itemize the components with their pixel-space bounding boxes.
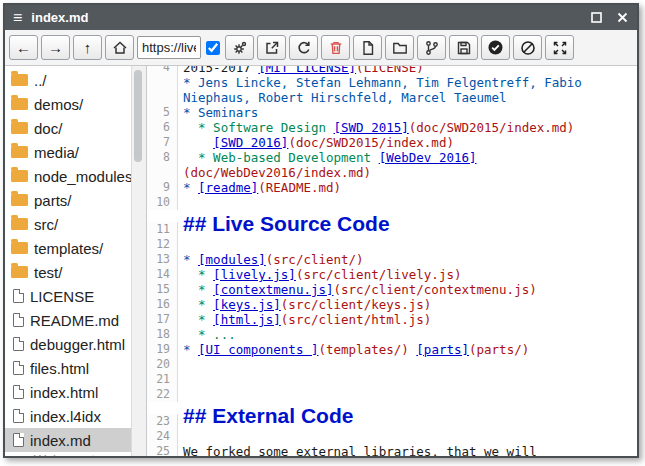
line-content[interactable]: * Software Design [SWD 2015](doc/SWD2015… (178, 120, 574, 135)
url-input[interactable] (137, 36, 201, 59)
editor-line[interactable]: 18 * ... (147, 327, 637, 342)
line-content[interactable]: * [readme](README.md) (178, 180, 341, 195)
line-content[interactable]: * [html.js](src/client/html.js) (178, 312, 431, 327)
markdown-link[interactable]: [WebDev 2016] (379, 150, 477, 165)
line-content[interactable]: (doc/WebDev2016/index.md) (178, 165, 371, 180)
line-content[interactable] (178, 429, 183, 444)
markdown-link[interactable]: [modules] (198, 252, 266, 267)
editor-line[interactable]: 7 [SWD 2016](doc/SWD2015/index.md) (147, 135, 637, 150)
line-content[interactable]: 2015-2017 [MIT LICENSE](LICENSE) (178, 66, 424, 75)
close-button[interactable] (616, 11, 629, 24)
editor-line[interactable]: 11## Live Source Code (147, 210, 637, 237)
menu-icon[interactable]: ≡ (13, 10, 22, 26)
editor-line[interactable]: 5* Seminars (147, 105, 637, 120)
sidebar-scrollbar[interactable] (131, 66, 147, 456)
markdown-link[interactable]: [keys.js] (213, 297, 281, 312)
editor-line[interactable]: 14 * [lively.js](src/client/lively.js) (147, 267, 637, 282)
editor-line[interactable]: 23## External Code (147, 402, 637, 429)
up-button[interactable]: ↑ (73, 35, 102, 60)
file-list-item[interactable]: node_modules/ (5, 164, 131, 188)
file-list-item[interactable]: templates/ (5, 236, 131, 260)
file-list-item[interactable]: debugger.html (5, 332, 131, 356)
editor-line[interactable]: 10 (147, 195, 637, 210)
line-content[interactable] (178, 387, 183, 402)
file-list-item[interactable]: index.html (5, 380, 131, 404)
editor-line[interactable]: Niephaus, Robert Hirschfeld, Marcel Taeu… (147, 90, 637, 105)
line-content[interactable]: * [keys.js](src/client/keys.js) (178, 297, 431, 312)
markdown-link[interactable]: [contextmenu.js] (213, 282, 333, 297)
open-external-button[interactable] (257, 35, 286, 60)
file-list-item[interactable]: media/ (5, 140, 131, 164)
line-content[interactable] (178, 357, 183, 372)
markdown-link[interactable]: [SWD 2015] (334, 120, 409, 135)
home-button[interactable] (105, 35, 134, 60)
line-content[interactable]: * ... (178, 327, 236, 342)
editor-line[interactable]: 42015-2017 [MIT LICENSE](LICENSE) (147, 66, 637, 75)
file-list-item[interactable]: test/ (5, 260, 131, 284)
markdown-link[interactable]: [parts] (416, 342, 469, 357)
version-control-button[interactable] (417, 35, 446, 60)
line-content[interactable]: ## Live Source Code (178, 210, 390, 237)
markdown-link[interactable]: [MIT LICENSE] (258, 66, 356, 75)
line-content[interactable] (178, 372, 183, 387)
line-content[interactable]: * [UI components ](templates/) [parts](p… (178, 342, 529, 357)
line-content[interactable]: * Web-based Development [WebDev 2016] (178, 150, 477, 165)
markdown-link[interactable]: [SWD 2016] (213, 135, 288, 150)
editor-line[interactable]: 19* [UI components ](templates/) [parts]… (147, 342, 637, 357)
auto-update-checkbox[interactable] (206, 41, 220, 55)
line-content[interactable]: * Seminars (178, 105, 258, 120)
file-list-item[interactable]: index.l4idx (5, 404, 131, 428)
delete-button[interactable] (321, 35, 350, 60)
markdown-link[interactable]: [readme] (198, 180, 258, 195)
editor-line[interactable]: * Jens Lincke, Stefan Lehmann, Tim Felge… (147, 75, 637, 90)
editor-line[interactable]: 13* [modules](src/client/) (147, 252, 637, 267)
editor-line[interactable]: 6 * Software Design [SWD 2015](doc/SWD20… (147, 120, 637, 135)
editor-line[interactable]: (doc/WebDev2016/index.md) (147, 165, 637, 180)
save-button[interactable] (449, 35, 478, 60)
editor-line[interactable]: 20 (147, 357, 637, 372)
line-content[interactable]: Niephaus, Robert Hirschfeld, Marcel Taeu… (178, 90, 507, 105)
editor-line[interactable]: 15 * [contextmenu.js](src/client/context… (147, 282, 637, 297)
forward-button[interactable]: → (41, 35, 70, 60)
editor-line[interactable]: 17 * [html.js](src/client/html.js) (147, 312, 637, 327)
line-content[interactable]: * [lively.js](src/client/lively.js) (178, 267, 461, 282)
markdown-link[interactable]: [html.js] (213, 312, 281, 327)
line-content[interactable]: ## External Code (178, 402, 353, 429)
line-content[interactable]: * [contextmenu.js](src/client/contextmen… (178, 282, 537, 297)
fullscreen-button[interactable] (545, 35, 574, 60)
editor-line[interactable]: 21 (147, 372, 637, 387)
maximize-button[interactable] (590, 11, 603, 24)
markdown-link[interactable]: [UI components ] (198, 342, 318, 357)
file-list-item[interactable]: index.md (5, 428, 131, 452)
line-content[interactable]: [SWD 2016](doc/SWD2015/index.md) (178, 135, 454, 150)
line-content[interactable]: We forked some external libraries, that … (178, 444, 537, 456)
cancel-button[interactable] (513, 35, 542, 60)
file-list-item[interactable]: LICENSE (5, 284, 131, 308)
accept-button[interactable] (481, 35, 510, 60)
file-list-item[interactable]: parts/ (5, 188, 131, 212)
markdown-link[interactable]: [lively.js] (213, 267, 296, 282)
line-content[interactable] (178, 195, 183, 210)
editor-line[interactable]: 12 (147, 237, 637, 252)
line-content[interactable]: * [modules](src/client/) (178, 252, 364, 267)
editor-line[interactable]: 22 (147, 387, 637, 402)
scrollbar-thumb[interactable] (134, 70, 142, 162)
line-content[interactable]: * Jens Lincke, Stefan Lehmann, Tim Felge… (178, 75, 582, 90)
editor-line[interactable]: 9* [readme](README.md) (147, 180, 637, 195)
file-list-item[interactable]: doc/ (5, 116, 131, 140)
new-file-button[interactable] (353, 35, 382, 60)
editor-line[interactable]: 16 * [keys.js](src/client/keys.js) (147, 297, 637, 312)
markdown-editor[interactable]: 42015-2017 [MIT LICENSE](LICENSE)* Jens … (147, 66, 637, 456)
editor-line[interactable]: 24 (147, 429, 637, 444)
back-button[interactable]: ← (9, 35, 38, 60)
line-content[interactable] (178, 237, 183, 252)
file-list-item[interactable]: demos/ (5, 92, 131, 116)
file-list-item[interactable]: src/ (5, 212, 131, 236)
editor-line[interactable]: 25We forked some external libraries, tha… (147, 444, 637, 456)
file-list-item[interactable]: files.html (5, 356, 131, 380)
file-list-item[interactable]: README.md (5, 308, 131, 332)
editor-line[interactable]: 8 * Web-based Development [WebDev 2016] (147, 150, 637, 165)
file-list-item[interactable]: ../ (5, 68, 131, 92)
refresh-button[interactable] (289, 35, 318, 60)
new-folder-button[interactable] (385, 35, 414, 60)
